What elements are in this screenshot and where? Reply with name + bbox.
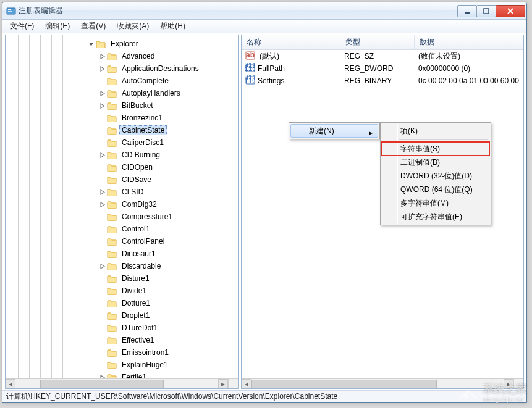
scroll-thumb[interactable] bbox=[40, 380, 164, 388]
context-menu-item-binary[interactable]: 二进制值(B) bbox=[382, 156, 489, 169]
expand-icon[interactable] bbox=[98, 373, 106, 378]
context-menu-item-multi[interactable]: 多字符串值(M) bbox=[382, 196, 489, 210]
tree-node[interactable]: AutoplayHandlers bbox=[6, 87, 238, 99]
column-header-type[interactable]: 类型 bbox=[340, 35, 415, 49]
expand-icon[interactable] bbox=[98, 102, 106, 109]
expand-icon[interactable] bbox=[98, 188, 106, 196]
menu-help[interactable]: 帮助(H) bbox=[155, 20, 190, 33]
svg-rect-1 bbox=[8, 9, 11, 10]
tree-node[interactable]: CIDSave bbox=[6, 173, 238, 186]
tree-node[interactable]: Emissointron1 bbox=[6, 346, 238, 359]
menu-file[interactable]: 文件(F) bbox=[5, 20, 39, 33]
tree-node[interactable]: Dotture1 bbox=[6, 297, 238, 309]
tree-node[interactable]: CaliperDisc1 bbox=[6, 136, 238, 149]
context-menu-item-string[interactable]: 字符串值(S) bbox=[382, 142, 489, 156]
tree-node-label: Dotture1 bbox=[119, 298, 153, 308]
tree-node[interactable]: Advanced bbox=[6, 50, 238, 62]
collapse-icon[interactable] bbox=[87, 40, 95, 48]
tree-node-label: Emissointron1 bbox=[119, 348, 171, 357]
tree-node[interactable]: Divide1 bbox=[6, 285, 238, 297]
context-menu-parent: 新建(N) ▸ bbox=[289, 122, 380, 139]
tree-node[interactable]: CLSID bbox=[6, 186, 238, 198]
value-type: REG_BINARY bbox=[340, 77, 415, 85]
tree-node[interactable]: Bronzezinc1 bbox=[6, 112, 238, 124]
column-header-name[interactable]: 名称 bbox=[242, 35, 340, 49]
context-menu-item-key[interactable]: 项(K) bbox=[382, 124, 489, 138]
minimize-button[interactable] bbox=[457, 5, 477, 17]
tree-node[interactable]: ComDlg32 bbox=[6, 198, 238, 210]
tree-node-label: AutoComplete bbox=[119, 76, 171, 86]
tree-node[interactable]: CIDOpen bbox=[6, 161, 238, 173]
tree-node-label: ControlPanel bbox=[119, 236, 167, 246]
context-menu-item-expand[interactable]: 可扩充字符串值(E) bbox=[382, 210, 489, 223]
expand-icon[interactable] bbox=[98, 201, 106, 208]
tree-node[interactable]: Effective1 bbox=[6, 334, 238, 346]
value-string-icon: ab bbox=[245, 51, 255, 62]
tree-node[interactable]: Droplet1 bbox=[6, 309, 238, 322]
close-button[interactable] bbox=[496, 5, 525, 17]
value-name: Settings bbox=[258, 77, 284, 85]
tree-node[interactable]: Compressture1 bbox=[6, 210, 238, 223]
tree-node[interactable]: BitBucket bbox=[6, 99, 238, 112]
context-menu-new[interactable]: 新建(N) ▸ bbox=[290, 124, 378, 138]
list-horizontal-scrollbar[interactable]: ◂ ▸ bbox=[242, 378, 513, 388]
tree-node[interactable]: DTureDot1 bbox=[6, 322, 238, 334]
tree-node-label: CaliperDisc1 bbox=[119, 138, 166, 148]
scroll-right-button[interactable]: ▸ bbox=[218, 379, 228, 389]
statusbar: 计算机\HKEY_CURRENT_USER\Software\Microsoft… bbox=[2, 390, 526, 402]
scroll-left-button[interactable]: ◂ bbox=[242, 379, 251, 389]
tree-node[interactable]: CabinetState bbox=[6, 124, 238, 136]
value-type: REG_SZ bbox=[340, 52, 415, 60]
tree-node-label: Discardable bbox=[119, 261, 163, 271]
tree-node[interactable]: Fertile1 bbox=[6, 371, 238, 378]
tree-node-label: Droplet1 bbox=[119, 310, 152, 320]
tree-node-explorer[interactable]: Explorer bbox=[6, 38, 238, 50]
tree-node-label: ExplainHuge1 bbox=[119, 360, 171, 370]
tree-node[interactable]: CD Burning bbox=[6, 149, 238, 161]
tree-node[interactable]: Disture1 bbox=[6, 272, 238, 285]
expand-icon[interactable] bbox=[98, 65, 106, 72]
value-name: FullPath bbox=[258, 64, 285, 73]
list-row[interactable]: ab(默认)REG_SZ(数值未设置) bbox=[242, 50, 523, 62]
tree-node[interactable]: ControlPanel bbox=[6, 235, 238, 248]
registry-tree[interactable]: ExplorerAdvancedApplicationDestinationsA… bbox=[6, 35, 238, 378]
list-row[interactable]: 011110SettingsREG_BINARY0c 00 02 00 0a 0… bbox=[242, 75, 523, 87]
svg-rect-4 bbox=[484, 9, 489, 14]
context-menu-item-qword[interactable]: QWORD (64 位)值(Q) bbox=[382, 183, 489, 196]
tree-node-label: BitBucket bbox=[119, 101, 156, 110]
context-menu-item-dword[interactable]: DWORD (32-位)值(D) bbox=[382, 169, 489, 183]
tree-node-label: Disture1 bbox=[119, 273, 152, 283]
tree-horizontal-scrollbar[interactable]: ◂ ▸ bbox=[6, 378, 228, 388]
tree-node[interactable]: AutoComplete bbox=[6, 75, 238, 87]
tree-node[interactable]: Discardable bbox=[6, 260, 238, 272]
scroll-right-button[interactable]: ▸ bbox=[504, 379, 513, 389]
list-row[interactable]: 011110FullPathREG_DWORD0x00000000 (0) bbox=[242, 62, 523, 75]
tree-node[interactable]: Dinosaur1 bbox=[6, 248, 238, 260]
tree-node-label: Fertile1 bbox=[119, 372, 149, 378]
expand-icon[interactable] bbox=[98, 90, 106, 97]
tree-node-label: DTureDot1 bbox=[119, 323, 160, 333]
titlebar[interactable]: 注册表编辑器 bbox=[2, 2, 526, 20]
column-header-data[interactable]: 数据 bbox=[415, 35, 523, 49]
menu-view[interactable]: 查看(V) bbox=[76, 20, 111, 33]
value-name: (默认) bbox=[258, 51, 281, 62]
scroll-thumb[interactable] bbox=[251, 380, 437, 388]
tree-node-label: CD Burning bbox=[119, 150, 163, 160]
maximize-button[interactable] bbox=[476, 5, 496, 17]
submenu-arrow-icon: ▸ bbox=[369, 128, 373, 137]
regedit-app-icon bbox=[6, 6, 16, 16]
expand-icon[interactable] bbox=[98, 52, 106, 60]
tree-node-label: ApplicationDestinations bbox=[119, 64, 201, 73]
menu-favorites[interactable]: 收藏夹(A) bbox=[112, 20, 154, 33]
tree-node-label: Advanced bbox=[119, 51, 157, 61]
tree-node-label: CIDSave bbox=[119, 175, 154, 185]
value-type: REG_DWORD bbox=[340, 64, 415, 73]
statusbar-path: 计算机\HKEY_CURRENT_USER\Software\Microsoft… bbox=[6, 391, 337, 402]
menu-edit[interactable]: 编辑(E) bbox=[40, 20, 75, 33]
tree-node[interactable]: ExplainHuge1 bbox=[6, 359, 238, 371]
expand-icon[interactable] bbox=[98, 151, 106, 159]
expand-icon[interactable] bbox=[98, 262, 106, 270]
tree-node[interactable]: ApplicationDestinations bbox=[6, 62, 238, 75]
tree-node[interactable]: Control1 bbox=[6, 223, 238, 235]
scroll-left-button[interactable]: ◂ bbox=[6, 379, 15, 389]
